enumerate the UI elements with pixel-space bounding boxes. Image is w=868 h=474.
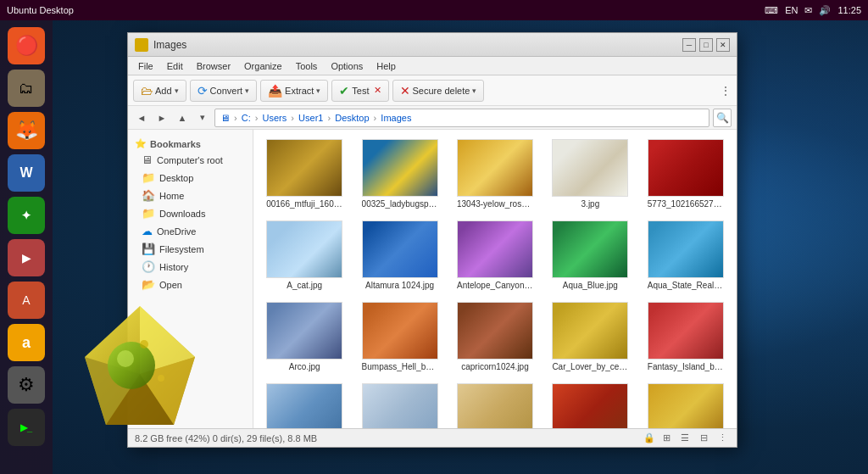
sidebar-item-filesystem[interactable]: 💾 Filesystem [128, 240, 253, 258]
sidebar-item-home[interactable]: 🏠 Home [128, 187, 253, 204]
dock-icon-firefox[interactable]: 🦊 [8, 112, 45, 149]
secure-delete-button[interactable]: ✕ Secure delete ▾ [392, 80, 485, 102]
dock-icon-ubuntu[interactable]: 🔴 [8, 27, 45, 64]
file-item[interactable]: 5773_102166527519_69... [640, 135, 732, 213]
sidebar-item-computer-root[interactable]: 🖥 Computer's root [128, 151, 253, 169]
dock-icon-amazon[interactable]: a [8, 324, 45, 361]
downloads-label: Downloads [159, 209, 205, 219]
back-button[interactable]: ◄ [133, 109, 150, 126]
menu-organize[interactable]: Organize [237, 59, 289, 73]
menu-file[interactable]: File [131, 59, 160, 73]
file-item[interactable]: 13043-yelow_rose_png... [449, 135, 541, 213]
open-label: Open [159, 280, 182, 290]
convert-button[interactable]: ⟳ Convert ▾ [190, 80, 258, 102]
bookmarks-label: Bookmarks [150, 139, 201, 149]
file-item[interactable]: A_cat.jpg [259, 216, 350, 294]
breadcrumb[interactable]: 🖥 › C: › Users › User1 › Desktop › Image… [214, 109, 709, 127]
file-item[interactable] [353, 379, 445, 428]
dock-icon-writer[interactable]: W [8, 154, 45, 192]
home-label: Home [159, 191, 184, 201]
view-details-button[interactable]: ⊞ [659, 432, 674, 445]
dock-icon-terminal[interactable]: ▶_ [8, 409, 45, 446]
dock-icon-impress[interactable]: ▶ [8, 239, 45, 276]
file-item[interactable] [544, 379, 636, 428]
file-item[interactable]: Car_Lover_by_celsojuni... [544, 298, 636, 376]
file-item[interactable] [449, 379, 541, 428]
dock-icon-calc[interactable]: ✦ [8, 197, 45, 234]
dock-icon-files[interactable]: 🗂 [8, 70, 45, 107]
add-button[interactable]: 🗁 Add ▾ [133, 80, 186, 102]
file-item[interactable]: 00166_mtfuji_1600x120... [259, 135, 350, 213]
file-item[interactable]: 00325_ladybugsparadis... [353, 135, 445, 213]
file-thumbnail [552, 383, 628, 428]
up-button[interactable]: ▲ [174, 109, 191, 126]
secure-delete-dropdown: ▾ [472, 86, 476, 95]
view-tiles-button[interactable]: ⊟ [696, 432, 711, 445]
file-name: 00166_mtfuji_1600x120... [266, 199, 342, 209]
menu-help[interactable]: Help [370, 59, 403, 73]
file-thumbnail [457, 139, 533, 197]
menubar: File Edit Browser Organize Tools Options… [128, 57, 737, 75]
filesystem-label: Filesystem [159, 244, 204, 254]
window-controls: ─ □ ✕ [682, 38, 730, 52]
file-item[interactable]: Antelope_Canyon_3_by... [449, 216, 541, 294]
menu-options[interactable]: Options [324, 59, 370, 73]
minimize-button[interactable]: ─ [682, 38, 696, 52]
file-thumbnail [362, 220, 438, 278]
extract-button[interactable]: 📤 Extract ▾ [260, 80, 328, 102]
file-item[interactable]: Bumpass_Hell_by_sput... [353, 298, 445, 376]
file-item[interactable]: Aqua_State_Reality_by_... [640, 216, 732, 294]
file-thumbnail [648, 302, 724, 360]
statusbar-text: 8.2 GB free (42%) 0 dir(s), 29 file(s), … [135, 433, 317, 443]
file-content-area[interactable]: 00166_mtfuji_1600x120... 00325_ladybugsp… [253, 130, 737, 428]
close-button[interactable]: ✕ [716, 38, 730, 52]
convert-dropdown: ▾ [245, 86, 249, 95]
file-thumbnail [266, 220, 342, 278]
menu-edit[interactable]: Edit [160, 59, 190, 73]
file-item[interactable] [259, 379, 350, 428]
addressbar: ◄ ► ▲ ▾ 🖥 › C: › Users › User1 › Desktop… [128, 106, 737, 130]
file-name: Antelope_Canyon_3_by... [457, 281, 533, 290]
statusbar-more[interactable]: ⋮ [715, 432, 730, 445]
maximize-button[interactable]: □ [699, 38, 713, 52]
file-thumbnail [552, 220, 628, 278]
add-icon: 🗁 [141, 84, 153, 98]
computer-icon: 🖥 [142, 153, 153, 166]
sidebar-item-open[interactable]: 📂 Open [128, 276, 253, 293]
menu-browser[interactable]: Browser [190, 59, 237, 73]
computer-root-label: Computer's root [157, 155, 223, 165]
statusbar: 8.2 GB free (42%) 0 dir(s), 29 file(s), … [128, 428, 737, 447]
sidebar-item-desktop[interactable]: 📁 Desktop [128, 169, 253, 187]
sidebar-item-onedrive[interactable]: ☁ OneDrive [128, 222, 253, 240]
path-dropdown[interactable]: ▾ [194, 109, 211, 126]
lock-icon: 🔒 [643, 432, 655, 443]
sidebar-item-downloads[interactable]: 📁 Downloads [128, 204, 253, 222]
file-name: Aqua_Blue.jpg [552, 281, 628, 290]
dock-icon-settings[interactable]: ⚙ [8, 366, 45, 404]
search-button[interactable]: 🔍 [713, 109, 732, 127]
file-name: Fantasy_Island_by_cels... [648, 362, 724, 371]
file-item[interactable]: 3.jpg [544, 135, 636, 213]
file-name: Altamura 1024.jpg [362, 281, 438, 290]
dock-icon-install[interactable]: A [8, 282, 45, 319]
view-list-button[interactable]: ☰ [677, 432, 693, 445]
file-item[interactable]: Aqua_Blue.jpg [544, 216, 636, 294]
file-item[interactable]: capricorn1024.jpg [449, 298, 541, 376]
forward-button[interactable]: ► [153, 109, 170, 126]
secure-delete-label: Secure delete [413, 86, 470, 96]
file-name: Car_Lover_by_celsojuni... [552, 362, 628, 371]
file-name: 00325_ladybugsparadis... [362, 199, 438, 209]
file-item[interactable] [640, 379, 732, 428]
taskbar-top: Ubuntu Desktop ⌨ EN ✉ 🔊 11:25 [0, 0, 868, 20]
menu-tools[interactable]: Tools [289, 59, 325, 73]
history-icon: 🕐 [142, 260, 155, 273]
test-button[interactable]: ✔ Test ✕ [331, 80, 388, 102]
file-item[interactable]: Altamura 1024.jpg [353, 216, 445, 294]
file-thumbnail [362, 139, 438, 197]
lang-indicator: EN [785, 5, 798, 15]
sidebar-item-history[interactable]: 🕐 History [128, 258, 253, 276]
file-item[interactable]: Fantasy_Island_by_cels... [640, 298, 732, 376]
breadcrumb-monitor: 🖥 [220, 113, 230, 123]
toolbar-more[interactable]: ⋮ [720, 84, 732, 98]
file-item[interactable]: Arco.jpg [259, 298, 350, 376]
